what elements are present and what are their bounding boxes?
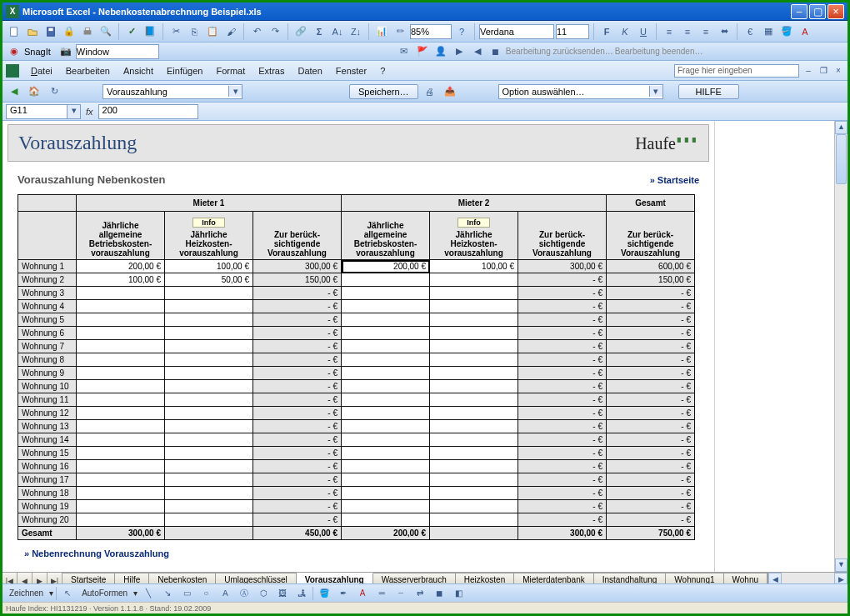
- table-cell[interactable]: [77, 327, 165, 340]
- nav-back-icon[interactable]: ◀: [6, 83, 22, 100]
- chart-wizard-icon[interactable]: 📊: [373, 23, 390, 40]
- review-user-icon[interactable]: 👤: [432, 43, 449, 60]
- rectangle-icon[interactable]: ▭: [178, 585, 195, 602]
- review-prev-icon[interactable]: ◀: [469, 43, 486, 60]
- undo-icon[interactable]: ↶: [248, 23, 265, 40]
- table-cell[interactable]: [342, 393, 430, 407]
- paste-icon[interactable]: 📋: [204, 23, 221, 40]
- open-icon[interactable]: [24, 23, 41, 40]
- table-cell[interactable]: [430, 487, 518, 500]
- menu-format[interactable]: Format: [209, 63, 252, 78]
- table-cell[interactable]: [342, 420, 430, 433]
- menu-insert[interactable]: Einfügen: [160, 63, 209, 78]
- home-link[interactable]: » Startseite: [650, 175, 699, 185]
- print-icon[interactable]: [79, 23, 96, 40]
- table-cell[interactable]: [430, 273, 518, 287]
- bold-icon[interactable]: F: [598, 23, 615, 40]
- table-cell[interactable]: [342, 313, 430, 327]
- table-cell[interactable]: [165, 300, 253, 313]
- table-cell[interactable]: [77, 393, 165, 407]
- sort-desc-icon[interactable]: Z↓: [348, 23, 364, 40]
- option-combo[interactable]: Option auswählen…▾: [498, 84, 663, 99]
- table-cell[interactable]: [430, 300, 518, 313]
- print-preview-icon[interactable]: 🔍: [98, 23, 114, 40]
- table-cell[interactable]: [342, 287, 430, 300]
- table-cell[interactable]: [77, 447, 165, 460]
- select-objects-icon[interactable]: ↖: [59, 585, 76, 602]
- ask-question-input[interactable]: [674, 64, 799, 78]
- hyperlink-icon[interactable]: 🔗: [292, 23, 309, 40]
- print-icon-2[interactable]: 🖨: [422, 83, 438, 100]
- table-cell[interactable]: [430, 460, 518, 473]
- table-cell[interactable]: [165, 487, 253, 500]
- cut-icon[interactable]: ✂: [168, 23, 184, 40]
- table-cell[interactable]: 200,00 €: [77, 260, 165, 273]
- table-cell[interactable]: [77, 433, 165, 447]
- nebenrechnung-link[interactable]: » Nebenrechnung Vorauszahlung: [24, 548, 709, 558]
- menu-help[interactable]: ?: [373, 63, 392, 78]
- table-cell[interactable]: 50,00 €: [165, 273, 253, 287]
- table-cell[interactable]: [430, 287, 518, 300]
- line-style-icon[interactable]: ═: [373, 585, 390, 602]
- table-cell[interactable]: [165, 447, 253, 460]
- align-right-icon[interactable]: ≡: [698, 23, 714, 40]
- table-cell[interactable]: [342, 513, 430, 527]
- doc-minimize-button[interactable]: –: [802, 66, 814, 76]
- table-cell[interactable]: [165, 287, 253, 300]
- table-cell[interactable]: [77, 287, 165, 300]
- table-cell[interactable]: [77, 380, 165, 393]
- autosum-icon[interactable]: Σ: [311, 23, 328, 40]
- table-cell[interactable]: [165, 340, 253, 353]
- save-icon[interactable]: [42, 23, 59, 40]
- table-cell[interactable]: 100,00 €: [165, 260, 253, 273]
- wordart-icon[interactable]: Ⓐ: [236, 585, 252, 602]
- table-cell[interactable]: [342, 433, 430, 447]
- table-cell[interactable]: [165, 407, 253, 420]
- table-cell[interactable]: [165, 513, 253, 527]
- textbox-icon[interactable]: 𝖠: [217, 585, 233, 602]
- table-cell[interactable]: [77, 367, 165, 380]
- table-cell[interactable]: 200,00 €: [342, 260, 430, 273]
- table-cell[interactable]: [430, 340, 518, 353]
- table-cell[interactable]: [165, 393, 253, 407]
- table-cell[interactable]: [77, 420, 165, 433]
- table-cell[interactable]: [342, 407, 430, 420]
- scroll-down-icon[interactable]: ▼: [835, 558, 848, 572]
- draw-menu[interactable]: Zeichnen: [6, 588, 47, 598]
- italic-icon[interactable]: K: [617, 23, 633, 40]
- table-cell[interactable]: [342, 340, 430, 353]
- merge-center-icon[interactable]: ⬌: [716, 23, 732, 40]
- table-cell[interactable]: 100,00 €: [77, 273, 165, 287]
- table-cell[interactable]: [430, 447, 518, 460]
- picture-icon[interactable]: 🏞: [293, 585, 310, 602]
- menu-window[interactable]: Fenster: [329, 63, 373, 78]
- table-cell[interactable]: [430, 473, 518, 487]
- research-icon[interactable]: 📘: [142, 23, 158, 40]
- permissions-icon[interactable]: 🔒: [61, 23, 78, 40]
- review-next-icon[interactable]: ▶: [451, 43, 468, 60]
- table-cell[interactable]: [342, 367, 430, 380]
- line-color-icon[interactable]: ✒: [335, 585, 352, 602]
- currency-icon[interactable]: €: [742, 23, 758, 40]
- table-cell[interactable]: [430, 407, 518, 420]
- table-cell[interactable]: [165, 380, 253, 393]
- review-end-edit[interactable]: Bearbeitung beenden…: [615, 47, 703, 56]
- table-cell[interactable]: [77, 513, 165, 527]
- table-cell[interactable]: [430, 500, 518, 513]
- align-left-icon[interactable]: ≡: [661, 23, 678, 40]
- fill-color-icon[interactable]: 🪣: [778, 23, 795, 40]
- table-cell[interactable]: [77, 407, 165, 420]
- copy-icon[interactable]: ⎘: [186, 23, 202, 40]
- fill-color-icon-2[interactable]: 🪣: [316, 585, 332, 602]
- table-cell[interactable]: [342, 273, 430, 287]
- table-cell[interactable]: [342, 327, 430, 340]
- table-cell[interactable]: 100,00 €: [430, 260, 518, 273]
- table-cell[interactable]: [77, 353, 165, 367]
- info-button-1[interactable]: Info: [192, 218, 225, 228]
- minimize-button[interactable]: –: [791, 4, 808, 19]
- help-icon[interactable]: ?: [453, 23, 470, 40]
- spelling-icon[interactable]: ✓: [123, 23, 140, 40]
- formula-input[interactable]: 200: [98, 104, 198, 119]
- name-box[interactable]: G11▾: [6, 104, 81, 119]
- review-reply-icon[interactable]: ✉: [396, 43, 412, 60]
